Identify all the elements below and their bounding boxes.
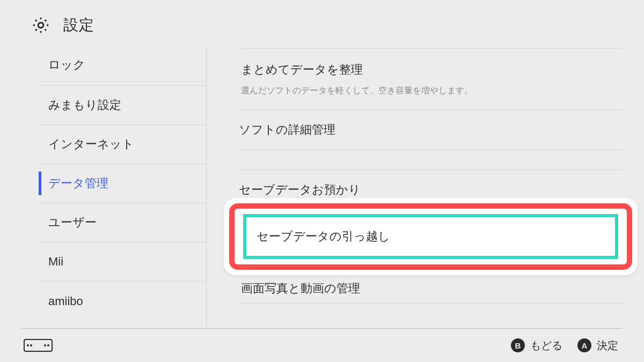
row-title: ソフトの詳細管理 bbox=[239, 122, 623, 138]
sidebar-item-label: みまもり設定 bbox=[48, 97, 121, 113]
highlight-callout: セーブデータの引っ越し bbox=[224, 198, 638, 275]
sidebar-item-label: Mii bbox=[48, 255, 63, 269]
row-description: 選んだソフトのデータを軽くして、空き容量を増やします。 bbox=[241, 85, 623, 97]
sidebar-item-amiibo[interactable]: amiibo bbox=[39, 282, 207, 321]
row-transfer-save-data[interactable]: セーブデータの引っ越し bbox=[243, 214, 618, 259]
sidebar-item-label: amiibo bbox=[48, 294, 83, 308]
svg-point-0 bbox=[38, 23, 43, 28]
content-panel: まとめてデータを整理 選んだソフトのデータを軽くして、空き容量を増やします。 ソ… bbox=[207, 48, 644, 327]
b-button-icon: B bbox=[511, 338, 525, 352]
sidebar-item-parental[interactable]: みまもり設定 bbox=[39, 86, 207, 125]
sidebar-item-users[interactable]: ユーザー bbox=[39, 203, 207, 242]
row-screenshots-videos[interactable]: 画面写真と動画の管理 bbox=[239, 271, 623, 304]
controller-icon[interactable] bbox=[24, 339, 53, 352]
a-button-icon: A bbox=[577, 338, 591, 352]
sidebar-item-label: インターネット bbox=[48, 136, 134, 152]
sidebar-item-data-management[interactable]: データ管理 bbox=[39, 164, 207, 203]
hint-back[interactable]: B もどる bbox=[511, 338, 562, 353]
sidebar-item-label: ユーザー bbox=[48, 215, 97, 231]
hint-label: 決定 bbox=[597, 338, 618, 353]
sidebar-item-label: データ管理 bbox=[48, 175, 108, 191]
row-save-data-cloud[interactable]: セーブデータお預かり bbox=[239, 169, 623, 201]
page-title: 設定 bbox=[63, 15, 94, 35]
header: 設定 bbox=[0, 0, 644, 48]
row-title: 画面写真と動画の管理 bbox=[241, 282, 360, 295]
row-organize-data[interactable]: まとめてデータを整理 選んだソフトのデータを軽くして、空き容量を増やします。 bbox=[239, 48, 623, 110]
hint-label: もどる bbox=[530, 338, 562, 353]
row-title: まとめてデータを整理 bbox=[241, 62, 623, 78]
hint-ok[interactable]: A 決定 bbox=[577, 338, 618, 353]
sidebar-item-label: ロック bbox=[48, 57, 85, 73]
settings-gear-icon bbox=[31, 16, 50, 35]
sidebar-item-internet[interactable]: インターネット bbox=[39, 125, 207, 164]
row-title: セーブデータお預かり bbox=[239, 182, 623, 198]
settings-sidebar: ロック みまもり設定 インターネット データ管理 ユーザー Mii amiibo bbox=[0, 48, 207, 327]
main-area: ロック みまもり設定 インターネット データ管理 ユーザー Mii amiibo… bbox=[0, 48, 644, 327]
footer-bar: B もどる A 決定 bbox=[0, 329, 644, 362]
sidebar-item-mii[interactable]: Mii bbox=[39, 242, 207, 282]
sidebar-item-lock[interactable]: ロック bbox=[39, 48, 207, 82]
sidebar-gap bbox=[39, 82, 207, 86]
row-title: セーブデータの引っ越し bbox=[257, 230, 390, 243]
row-software-detail[interactable]: ソフトの詳細管理 bbox=[239, 110, 623, 150]
